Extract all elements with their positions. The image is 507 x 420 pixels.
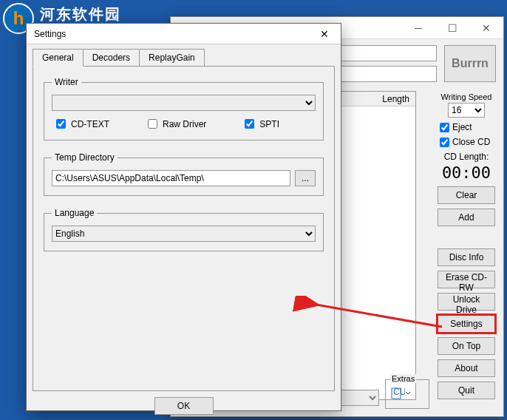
closecd-label: Close CD [452, 137, 490, 147]
disc-info-button[interactable]: Disc Info [438, 248, 495, 266]
erase-cdrw-button[interactable]: Erase CD-RW [438, 271, 495, 288]
tempdir-label: Temp Directory [52, 152, 118, 163]
cd-length-label: CD Length: [444, 152, 489, 162]
watermark-text1: 河东软件园 [40, 4, 121, 24]
language-select[interactable]: English [52, 226, 316, 242]
language-group: Language English [44, 208, 324, 251]
cd-length-value: 00:00 [442, 163, 491, 182]
tempdir-input[interactable] [52, 170, 290, 186]
minimize-button[interactable]: ─ [401, 17, 435, 39]
language-label: Language [52, 208, 97, 218]
tempdir-group: Temp Directory ... [44, 152, 324, 196]
settings-title: Settings [34, 29, 308, 39]
writing-speed-label: Writing Speed [441, 92, 492, 101]
burrrn-button[interactable]: Burrrn [444, 45, 496, 82]
tab-replaygain[interactable]: ReplayGain [139, 49, 205, 66]
clear-button[interactable]: Clear [438, 186, 495, 204]
about-button[interactable]: About [438, 359, 495, 377]
ontop-button[interactable]: On Top [438, 337, 495, 355]
tab-panel-general: Writer CD-TEXT Raw Driver SPTI Temp Dire… [33, 66, 335, 391]
settings-close-button[interactable]: ✕ [308, 24, 341, 44]
quit-button[interactable]: Quit [438, 382, 495, 399]
unlock-drive-button[interactable]: Unlock Drive [438, 293, 495, 311]
writer-group: Writer CD-TEXT Raw Driver SPTI [44, 77, 324, 140]
spti-checkbox[interactable] [245, 119, 254, 129]
length-header: Length [382, 94, 409, 104]
cdtext-checkbox[interactable] [56, 119, 66, 129]
rawdriver-label: Raw Driver [163, 119, 206, 129]
spti-label: SPTI [259, 119, 279, 129]
closecd-checkbox[interactable] [440, 138, 449, 147]
svg-text:CUE: CUE [393, 387, 405, 397]
tempdir-browse-button[interactable]: ... [295, 170, 316, 186]
extras-label: Extras [390, 374, 416, 383]
tab-strip: General Decoders ReplayGain [27, 44, 341, 66]
add-button[interactable]: Add [438, 209, 495, 226]
writer-select[interactable] [52, 95, 316, 111]
settings-dialog: Settings ✕ General Decoders ReplayGain W… [26, 23, 341, 411]
cue-button[interactable]: CUE [390, 386, 424, 401]
eject-label: Eject [452, 122, 472, 132]
tab-general[interactable]: General [33, 49, 84, 67]
writing-speed-select[interactable]: 16 [448, 103, 485, 118]
tab-decoders[interactable]: Decoders [83, 49, 140, 66]
settings-button[interactable]: Settings [438, 315, 495, 333]
extras-group: Extras CUE [385, 379, 429, 409]
ok-button[interactable]: OK [154, 397, 214, 415]
close-button[interactable]: ✕ [469, 17, 503, 39]
eject-checkbox[interactable] [440, 123, 449, 132]
right-panel: Writing Speed 16 Eject Close CD CD Lengt… [437, 91, 496, 399]
rawdriver-checkbox[interactable] [148, 119, 157, 129]
chevron-down-icon [405, 386, 411, 401]
settings-titlebar: Settings ✕ [27, 24, 341, 44]
maximize-button[interactable]: ☐ [435, 17, 469, 39]
cdtext-label: CD-TEXT [71, 119, 109, 129]
writer-label: Writer [52, 77, 81, 87]
